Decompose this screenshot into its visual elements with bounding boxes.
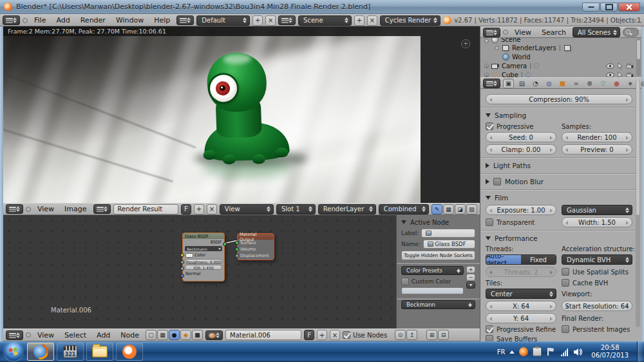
toggle-hidden-sockets-button[interactable]: Toggle Hidden Node Sockets (401, 251, 475, 260)
image-menu-image[interactable]: Image (61, 205, 90, 213)
cache-bvh-checkbox[interactable] (562, 279, 569, 287)
auto-detect-button[interactable]: Auto-detect (486, 255, 521, 264)
expand-dot-icon[interactable] (484, 39, 489, 43)
ior-slider[interactable]: IOR: 1.450 (185, 265, 222, 270)
fake-user-button[interactable]: F (181, 204, 191, 214)
tab-particles[interactable]: ∗ (625, 79, 636, 88)
performance-section-header[interactable]: Performance (486, 233, 632, 243)
tree-item-world[interactable]: World (480, 52, 636, 61)
displacement-input-socket[interactable] (235, 254, 239, 258)
screen-shader-toggle-icon[interactable]: ▢ (146, 330, 156, 340)
renderability-camera-icon[interactable] (626, 72, 634, 78)
tree-item-camera[interactable]: + Camera | (480, 61, 636, 70)
preset-menu-button[interactable]: ▾ (466, 281, 475, 289)
header-collapse-icon[interactable] (26, 332, 31, 338)
ior-input-socket[interactable] (180, 267, 184, 271)
action-center-flag-icon[interactable] (546, 347, 555, 356)
filter-width-slider[interactable]: Width: 1.50 (562, 217, 632, 227)
taskbar-blender-button[interactable] (116, 343, 143, 361)
tree-item-cube[interactable]: + ▽ Cube | (480, 70, 636, 77)
language-indicator[interactable]: FR (497, 348, 506, 356)
active-node-section[interactable]: Active Node (401, 218, 475, 227)
close-button[interactable] (618, 3, 640, 12)
menu-file[interactable]: File (30, 16, 50, 24)
selectability-cursor-icon[interactable] (618, 71, 623, 78)
renderability-camera-icon[interactable] (626, 63, 634, 69)
header-collapse-icon[interactable] (503, 30, 508, 35)
material-datablock-icon-button[interactable] (205, 330, 223, 340)
remove-preset-button[interactable]: − (466, 274, 475, 281)
tile-order-dropdown[interactable]: Center (486, 289, 556, 299)
light-paths-section-header[interactable]: Light Paths (486, 160, 632, 171)
editor-type-button-node[interactable] (6, 330, 23, 340)
roughness-slider[interactable]: Roughness: 0.000 (185, 259, 222, 264)
taskbar-firefox-button[interactable] (27, 343, 54, 361)
visibility-eye-icon[interactable] (606, 63, 614, 69)
sampling-section-header[interactable]: Sampling (486, 110, 632, 120)
render-engine-selector[interactable]: Cycles Render (380, 15, 440, 26)
use-nodes-checkbox[interactable] (343, 331, 350, 339)
show-hidden-icons-arrow[interactable] (509, 350, 515, 354)
tab-world[interactable]: ◍ (544, 79, 554, 88)
color-swatch[interactable] (185, 253, 193, 258)
image-datablock-icon-button[interactable] (93, 204, 111, 214)
clamp-toggle-icon[interactable]: ▨ (466, 204, 477, 214)
progressive-refine-checkbox[interactable] (486, 325, 493, 333)
normal-input-socket[interactable] (180, 274, 184, 278)
properties-scrollbar[interactable] (636, 80, 640, 327)
start-button[interactable] (5, 343, 23, 361)
tree-item-scene[interactable]: Scene (480, 38, 636, 43)
header-collapse-icon[interactable] (26, 207, 31, 212)
add-layout-button[interactable]: + (252, 15, 263, 26)
tab-constraints[interactable]: ∞ (571, 79, 582, 88)
tile-x-slider[interactable]: X: 64 (486, 301, 556, 311)
save-buffers-checkbox[interactable] (486, 335, 493, 341)
bsdf-output-socket[interactable] (223, 242, 227, 246)
node-menu-view[interactable]: View (33, 331, 58, 339)
roughness-input-socket[interactable] (180, 260, 184, 264)
network-signal-icon[interactable] (560, 347, 569, 356)
progressive-checkbox[interactable] (486, 122, 493, 130)
exposure-slider[interactable]: Exposure: 1.00 (486, 205, 556, 215)
material-shader-toggle-icon[interactable]: ● (169, 330, 180, 340)
maximize-button[interactable] (600, 3, 618, 12)
film-section-header[interactable]: Film (486, 193, 632, 203)
volume-input-socket[interactable] (235, 247, 239, 251)
menu-window[interactable]: Window (112, 16, 147, 24)
snap-mode-icon[interactable]: ⊟ (438, 330, 449, 340)
material-output-node[interactable]: Material Output Surface Volume Displacem… (237, 233, 274, 260)
unlink-material-button[interactable]: × (330, 330, 340, 340)
screen-layout-icon-button[interactable] (176, 15, 194, 25)
lamp-shader-toggle-icon[interactable]: ■ (192, 330, 203, 340)
selectability-cursor-icon[interactable] (618, 62, 623, 70)
render-samples-slider[interactable]: Render: 100 (562, 132, 632, 142)
editor-type-button-info[interactable] (3, 15, 20, 25)
menu-render[interactable]: Render (77, 16, 109, 24)
visibility-eye-icon[interactable] (606, 72, 614, 78)
delete-layout-button[interactable]: × (265, 15, 276, 26)
outliner-menu-search[interactable]: Search (538, 28, 570, 37)
menu-add[interactable]: Add (52, 16, 73, 24)
tab-material[interactable]: ● (611, 79, 622, 88)
motion-blur-section-header[interactable]: Motion Blur (486, 176, 632, 187)
render-layer-selector[interactable]: RenderLayer (318, 204, 376, 214)
tab-render-layers[interactable]: ▤ (516, 79, 527, 88)
surface-input-socket[interactable] (235, 241, 239, 245)
expand-dot-icon[interactable]: + (484, 64, 489, 68)
color-input-socket[interactable] (180, 253, 184, 257)
preview-samples-slider[interactable]: Preview: 0 (562, 144, 632, 155)
distribution-dropdown-panel[interactable]: Beckmann (401, 300, 475, 309)
alpha-toggle-icon[interactable]: ▦ (443, 204, 454, 214)
spatial-splits-checkbox[interactable] (562, 268, 569, 276)
image-paint-toggle-icon[interactable]: ✎ (431, 204, 442, 214)
tab-scene[interactable]: ◔ (530, 79, 541, 88)
tab-render[interactable]: ▣ (503, 79, 514, 88)
editor-type-button-outliner[interactable] (483, 28, 500, 37)
transparent-checkbox[interactable] (486, 218, 493, 226)
node-name-input[interactable]: Glass BSDF (423, 240, 475, 249)
window-titlebar[interactable]: Blender* [C:\Users\Marwan\Desktop\blende… (0, 0, 644, 14)
glass-bsdf-node[interactable]: Glass BSDF BSDF Beckmann Color Roughness… (182, 233, 225, 281)
node-editor-canvas[interactable]: Glass BSDF BSDF Beckmann Color Roughness… (3, 215, 480, 329)
tray-clipboard-icon[interactable] (533, 347, 542, 356)
custom-color-checkbox[interactable] (401, 278, 409, 285)
